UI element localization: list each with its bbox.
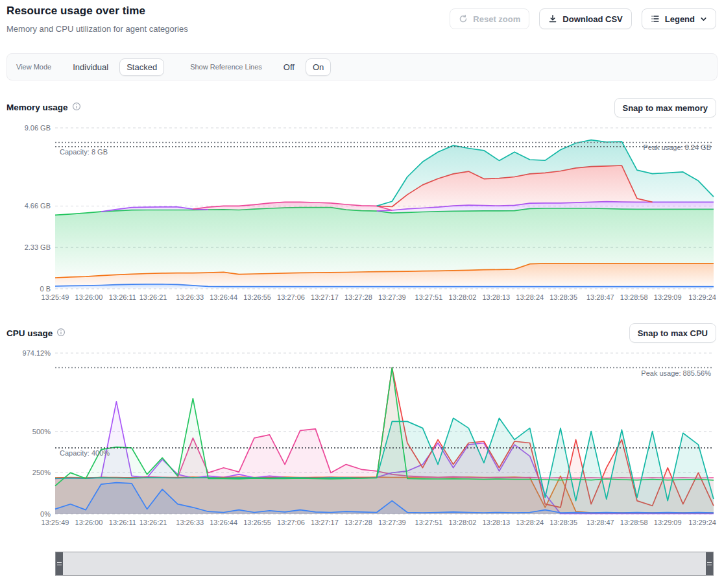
chevron-down-icon: [700, 16, 707, 23]
memory-section-title: Memory usage: [6, 102, 81, 113]
svg-text:13:26:21: 13:26:21: [139, 293, 167, 301]
reference-lines-on-button[interactable]: On: [306, 58, 331, 76]
svg-text:13:26:44: 13:26:44: [210, 293, 237, 301]
svg-text:13:26:11: 13:26:11: [109, 519, 136, 526]
brush-handle-left[interactable]: [56, 552, 63, 575]
svg-text:13:29:24: 13:29:24: [688, 519, 716, 526]
svg-text:Capacity: 400%: Capacity: 400%: [60, 449, 110, 457]
svg-text:500%: 500%: [32, 428, 51, 435]
svg-text:Peak usage: 885.56%: Peak usage: 885.56%: [641, 369, 711, 377]
svg-text:13:29:09: 13:29:09: [654, 519, 682, 526]
svg-text:13:26:00: 13:26:00: [75, 293, 103, 301]
svg-text:13:27:39: 13:27:39: [378, 519, 406, 526]
download-csv-button[interactable]: Download CSV: [539, 8, 631, 29]
svg-text:13:27:28: 13:27:28: [344, 293, 372, 301]
svg-text:974.12%: 974.12%: [23, 349, 51, 357]
svg-text:13:26:44: 13:26:44: [210, 519, 237, 526]
snap-to-max-cpu-button[interactable]: Snap to max CPU: [629, 323, 716, 343]
view-mode-individual-button[interactable]: Individual: [66, 58, 115, 76]
cpu-title-text: CPU usage: [6, 328, 53, 338]
svg-text:13:28:47: 13:28:47: [586, 519, 614, 526]
reset-zoom-label: Reset zoom: [473, 14, 520, 24]
svg-text:13:27:17: 13:27:17: [311, 293, 339, 301]
refresh-icon: [459, 14, 468, 23]
svg-text:13:27:06: 13:27:06: [277, 519, 305, 526]
show-reference-lines-label: Show Reference Lines: [190, 63, 262, 71]
view-mode-stacked-button[interactable]: Stacked: [119, 58, 164, 76]
page-title: Resource usage over time: [6, 5, 145, 18]
svg-text:13:28:24: 13:28:24: [516, 293, 544, 301]
svg-text:13:28:58: 13:28:58: [620, 519, 648, 526]
svg-text:13:28:02: 13:28:02: [448, 293, 476, 301]
toolbar: Reset zoom Download CSV Legend: [450, 8, 716, 29]
svg-text:13:28:24: 13:28:24: [516, 519, 544, 526]
svg-text:13:26:33: 13:26:33: [176, 293, 204, 301]
svg-text:13:27:51: 13:27:51: [415, 519, 443, 526]
cpu-series: [55, 368, 714, 514]
svg-text:13:27:39: 13:27:39: [378, 293, 406, 301]
cpu-usage-chart[interactable]: 974.12%500%250%0%Capacity: 400%Peak usag…: [0, 344, 724, 536]
svg-text:13:25:49: 13:25:49: [42, 293, 69, 301]
memory-usage-chart[interactable]: 9.06 GB4.66 GB2.33 GB0 BCapacity: 8 GBPe…: [0, 120, 724, 310]
svg-text:0 B: 0 B: [40, 285, 51, 293]
download-csv-label: Download CSV: [562, 14, 622, 24]
reference-lines-off-button[interactable]: Off: [276, 58, 302, 76]
legend-label: Legend: [665, 14, 695, 24]
svg-text:9.06 GB: 9.06 GB: [25, 124, 51, 132]
memory-title-text: Memory usage: [6, 103, 68, 112]
svg-text:13:27:51: 13:27:51: [415, 293, 443, 301]
reset-zoom-button[interactable]: Reset zoom: [450, 8, 529, 29]
svg-text:13:29:24: 13:29:24: [688, 293, 716, 301]
svg-text:Capacity: 8 GB: Capacity: 8 GB: [60, 148, 108, 156]
view-controls-bar: View Mode Individual Stacked Show Refere…: [6, 53, 718, 80]
legend-list-icon: [651, 14, 660, 23]
svg-text:13:29:09: 13:29:09: [654, 293, 682, 301]
svg-text:13:28:47: 13:28:47: [586, 293, 614, 301]
svg-text:4.66 GB: 4.66 GB: [25, 202, 51, 210]
svg-text:13:28:13: 13:28:13: [482, 293, 510, 301]
svg-text:250%: 250%: [32, 469, 51, 476]
brush-handle-right[interactable]: [706, 552, 713, 575]
svg-text:2.33 GB: 2.33 GB: [25, 243, 51, 251]
svg-text:13:27:17: 13:27:17: [311, 519, 339, 526]
svg-text:13:27:28: 13:27:28: [344, 519, 372, 526]
info-icon[interactable]: [72, 102, 81, 113]
resource-usage-page: Resource usage over time Memory and CPU …: [0, 0, 724, 588]
brush-grip-icon: [57, 562, 62, 565]
svg-text:13:28:35: 13:28:35: [549, 519, 577, 526]
svg-text:13:28:02: 13:28:02: [448, 519, 476, 526]
info-icon[interactable]: [56, 328, 66, 339]
page-subtitle: Memory and CPU utilization for agent cat…: [6, 24, 188, 34]
view-mode-label: View Mode: [16, 63, 51, 71]
time-range-brush[interactable]: [55, 552, 714, 576]
brush-grip-icon: [707, 562, 712, 565]
svg-text:13:26:00: 13:26:00: [75, 519, 103, 526]
memory-x-axis: 13:25:4913:26:0013:26:1113:26:2113:26:33…: [42, 293, 716, 301]
svg-text:13:27:06: 13:27:06: [277, 293, 305, 301]
legend-button[interactable]: Legend: [642, 8, 716, 29]
svg-text:13:28:58: 13:28:58: [620, 293, 648, 301]
svg-text:Peak usage: 8.24 GB: Peak usage: 8.24 GB: [643, 143, 711, 151]
svg-text:13:26:55: 13:26:55: [243, 519, 271, 526]
snap-to-max-memory-button[interactable]: Snap to max memory: [614, 98, 717, 117]
cpu-x-axis: 13:25:4913:26:0013:26:1113:26:2113:26:33…: [42, 519, 716, 526]
svg-text:13:28:35: 13:28:35: [549, 293, 577, 301]
download-icon: [548, 14, 557, 23]
svg-text:13:26:11: 13:26:11: [109, 293, 136, 301]
cpu-section-title: CPU usage: [6, 328, 66, 339]
svg-text:13:26:21: 13:26:21: [139, 519, 167, 526]
svg-text:13:25:49: 13:25:49: [42, 519, 69, 526]
svg-text:13:26:55: 13:26:55: [243, 293, 271, 301]
svg-text:0%: 0%: [40, 510, 51, 518]
svg-text:13:28:13: 13:28:13: [482, 519, 510, 526]
svg-text:13:26:33: 13:26:33: [176, 519, 204, 526]
memory-series: [55, 140, 714, 289]
